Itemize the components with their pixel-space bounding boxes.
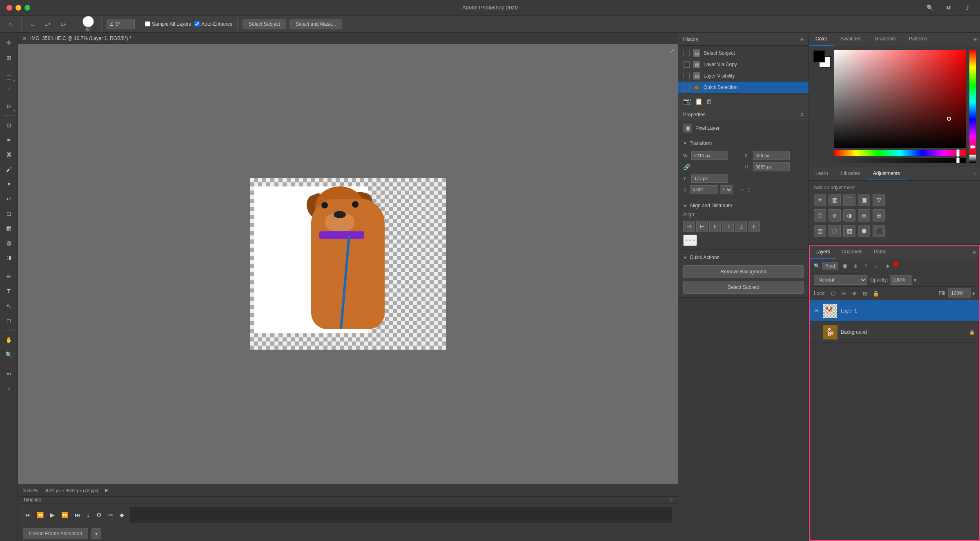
layer-item-layer1[interactable]: 👁 🐕 Layer 1 [810,300,979,321]
history-item[interactable]: ▤ Select Subject [678,47,808,59]
channel-mixer-icon[interactable]: ⊞ [873,209,885,222]
canvas-tab-close[interactable]: ✕ [22,35,27,42]
blending-mode-select[interactable]: Normal [814,275,867,285]
history-item[interactable]: ▤ Layer Via Copy [678,59,808,70]
opacity-dropdown-button[interactable]: ▾ [914,277,917,283]
color-lookup-icon[interactable]: ▤ [814,225,826,237]
color-picker-dot[interactable] [947,117,951,121]
play-button[interactable]: ▶ [49,511,56,519]
hue-slider[interactable] [834,150,966,156]
tab-paths[interactable]: Paths [868,246,892,259]
subtract-selection-icon[interactable]: □- [58,18,70,30]
brush-preview[interactable]: 50 [80,16,96,32]
timeline-menu-button[interactable]: ≡ [670,497,673,503]
layer-item-background[interactable]: 👁 🐕 Background 🔒 [810,321,979,343]
angle-dropdown[interactable]: ° [720,185,733,194]
color-panel-menu-button[interactable]: ≡ [973,36,977,42]
filter-on-button[interactable] [893,262,898,266]
more-tools-button[interactable]: ••• [2,367,16,381]
crop-tool[interactable]: ⊡ [2,118,16,132]
history-brush-tool[interactable]: ↩ [2,192,16,206]
fill-input[interactable] [948,288,971,298]
split-button[interactable]: ✂ [107,511,115,519]
auto-enhance-checkbox[interactable] [194,21,200,27]
fill-dropdown-button[interactable]: ▾ [972,290,975,297]
angle-value-input[interactable] [690,185,718,194]
blur-tool[interactable]: ◍ [2,236,16,250]
filter-shape-button[interactable]: ◻ [872,262,881,270]
tab-patterns[interactable]: Patterns [902,33,934,46]
type-tool[interactable]: T [2,284,16,298]
lock-image-pixels-button[interactable]: ✏ [840,289,849,298]
go-to-last-frame-button[interactable]: ⏭ [73,511,82,519]
lock-position-button[interactable]: ✛ [850,289,859,298]
keyframe-button[interactable]: ◆ [118,511,126,519]
align-left-edges-button[interactable]: ⊣ [683,221,695,232]
timeline-track[interactable] [129,507,673,523]
black-white-icon[interactable]: ◑ [843,209,855,222]
pen-tool[interactable]: ✏ [2,270,16,284]
curves-icon[interactable]: ⌒ [843,194,855,206]
delete-history-button[interactable]: 🗑 [706,98,713,105]
rectangular-marquee-tool[interactable]: ⬚▾ [2,70,16,84]
properties-menu-button[interactable]: ≡ [800,111,804,118]
tab-gradients[interactable]: Gradients [868,33,902,46]
tab-libraries[interactable]: Libraries [835,167,866,180]
link-icon[interactable]: 🔗 [683,164,690,170]
transform-header[interactable]: ▼ Transform [683,139,804,148]
sample-all-layers-checkbox[interactable] [145,21,150,27]
add-selection-icon[interactable]: □+ [42,18,54,30]
opacity-input[interactable] [890,275,912,285]
select-subject-button[interactable]: Select Subject [683,281,804,294]
history-menu-button[interactable]: ≡ [800,36,804,42]
lock-artboards-button[interactable]: ⊞ [861,289,870,298]
align-horizontal-centers-button[interactable]: ⊢ [696,221,708,232]
dodge-tool[interactable]: ◑ [2,251,16,264]
settings-button[interactable]: ⚙ [95,511,103,519]
exposure-icon[interactable]: ▣ [858,194,870,206]
vibrance-icon[interactable]: ▽ [873,194,885,206]
path-selection-tool[interactable]: ↖ [2,299,16,313]
history-item-active[interactable]: ⊙ Quick Selection [678,82,808,93]
layer-visibility-icon[interactable]: 👁 [814,308,820,314]
quick-actions-header[interactable]: ▼ Quick Actions [683,253,804,262]
angle-input[interactable] [116,21,132,27]
more-options-button[interactable]: • • • [683,235,697,246]
flip-v-icon[interactable]: ↕ [747,186,751,193]
minimize-button[interactable] [16,5,21,11]
filter-adjustments-button[interactable]: ⊕ [851,262,860,270]
remove-background-button[interactable]: Remove Background [683,265,804,278]
width-input[interactable] [691,151,728,160]
tab-layers[interactable]: Layers [810,246,836,259]
fullscreen-button[interactable] [24,5,30,11]
height-input[interactable] [753,162,790,171]
audio-button[interactable]: ♩ [85,511,91,519]
go-to-first-frame-button[interactable]: ⏮ [23,511,32,519]
filter-type-button[interactable]: T [862,262,871,270]
new-selection-icon[interactable]: □ [27,18,39,30]
close-button[interactable] [7,5,12,11]
history-item[interactable]: ▤ Layer Visibility [678,70,808,82]
eraser-tool[interactable]: ◻ [2,206,16,220]
select-and-mask-button[interactable]: Select and Mask... [290,19,342,29]
y-input[interactable] [691,174,728,183]
gradient-map-icon[interactable]: ⬛ [873,225,885,237]
tab-adjustments[interactable]: Adjustments [866,167,906,180]
create-frame-animation-button[interactable]: Create Frame Animation [23,528,88,539]
color-spectrum[interactable] [834,50,966,148]
create-frame-animation-dropdown[interactable]: ▾ [91,528,101,539]
gradient-tool[interactable]: ▦ [2,221,16,235]
new-snapshot-button[interactable]: 📷 [683,98,691,105]
hand-tool[interactable]: ✋ [2,333,16,347]
align-distribute-header[interactable]: ▼ Align and Distribute [683,201,804,210]
foreground-color-box[interactable] [813,50,825,62]
go-to-next-frame-button[interactable]: ⏩ [60,511,70,519]
tab-channels[interactable]: Channels [836,246,868,259]
shape-tool[interactable]: ◻ [2,314,16,328]
spot-healing-brush-tool[interactable]: ⌘ [2,148,16,162]
flip-h-icon[interactable]: ↔ [738,186,745,193]
move-tool[interactable]: ✛ [2,36,16,50]
layer-visibility-icon2[interactable]: 👁 [814,329,820,335]
brightness-contrast-icon[interactable]: ☀ [814,194,826,206]
lock-transparent-pixels-button[interactable]: ⬡ [829,289,838,298]
